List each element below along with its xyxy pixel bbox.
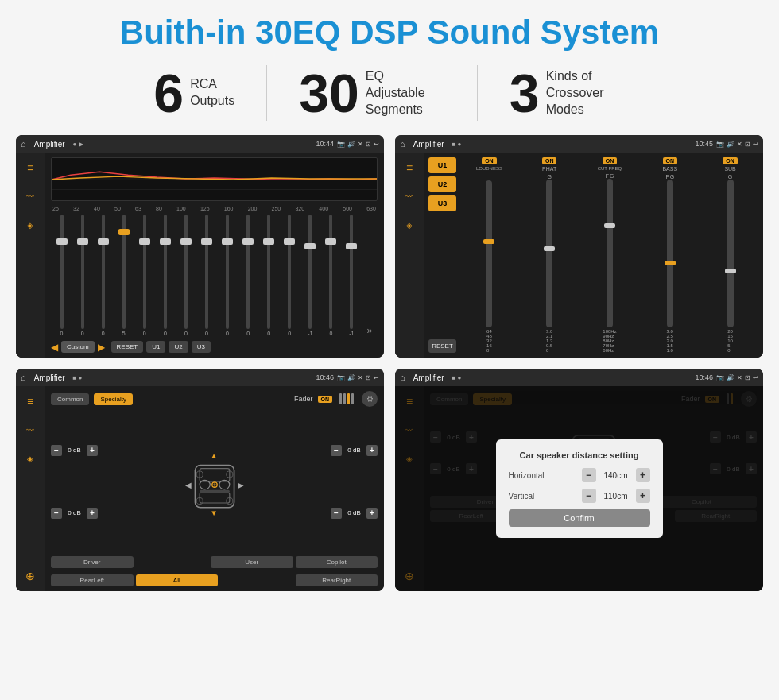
eq-sidebar-icon-3[interactable]: ◈	[21, 216, 39, 234]
db-control-br: − 0 dB +	[331, 508, 378, 519]
eq-slider-11[interactable]: 0	[260, 215, 278, 336]
btn-driver[interactable]: Driver	[51, 556, 134, 568]
fader-sidebar-icon-4[interactable]: ⊕	[21, 567, 39, 585]
db-plus-tl[interactable]: +	[87, 445, 98, 456]
db-minus-bl[interactable]: −	[51, 508, 62, 519]
eq-slider-4[interactable]: 5	[114, 215, 133, 336]
stat-rca: 6 RCAOutputs	[122, 66, 266, 120]
stat-eq-number: 30	[299, 66, 359, 120]
space-2	[220, 574, 293, 586]
eq-slider-3[interactable]: 0	[94, 215, 112, 336]
fader-sidebar-icon-1[interactable]: ≡	[21, 393, 39, 410]
horizontal-label: Horizontal	[509, 471, 545, 480]
eq-slider-7[interactable]: 0	[176, 215, 195, 336]
eq-slider-14[interactable]: 0	[322, 215, 340, 336]
dialog-status-bar: ⌂ Amplifier ■ ● 10:46 📷🔊✕⊡↩	[395, 369, 763, 386]
stat-crossover-number: 3	[510, 66, 540, 120]
eq-slider-6[interactable]: 0	[156, 215, 174, 336]
cutfreq-slider[interactable]	[607, 179, 613, 327]
eq-sidebar-icon-2[interactable]: 〰	[21, 188, 39, 205]
u1-button[interactable]: U1	[428, 157, 456, 173]
horizontal-value: 140cm	[600, 471, 632, 480]
db-control-tr: − 0 dB +	[331, 445, 378, 456]
car-diagram-space	[136, 556, 209, 568]
sub-slider[interactable]	[727, 180, 734, 327]
eq-prev-icon[interactable]: ◀	[51, 342, 58, 353]
ch-bass: ON BASS FG 3.02.52.01.51.0	[641, 157, 698, 353]
fader-tab-specialty[interactable]: Specialty	[94, 393, 132, 405]
eq-slider-15[interactable]: -1	[343, 215, 361, 336]
eq-mode-custom[interactable]: Custom	[61, 341, 95, 353]
eq-slider-1[interactable]: 0	[52, 215, 71, 336]
eq-slider-8[interactable]: 0	[197, 215, 215, 336]
u2-button[interactable]: U2	[428, 176, 456, 192]
eq-sidebar-icon-1[interactable]: ≡	[21, 159, 39, 176]
db-minus-tr[interactable]: −	[331, 445, 342, 456]
eq-btn-u3[interactable]: U3	[192, 341, 211, 353]
ch-bass-label: BASS	[662, 166, 677, 172]
eq-slider-9[interactable]: 0	[219, 215, 237, 336]
db-value-br: 0 dB	[344, 509, 364, 516]
btn-all[interactable]: All	[136, 574, 219, 586]
loudness-scale: 644832160	[486, 329, 492, 353]
eq-slider-13[interactable]: -1	[301, 215, 320, 336]
loudness-slider[interactable]	[486, 180, 492, 327]
db-minus-br[interactable]: −	[331, 508, 342, 519]
horizontal-plus-btn[interactable]: +	[636, 468, 650, 482]
crossover-sidebar-icon-2[interactable]: 〰	[401, 188, 418, 205]
crossover-u-buttons: U1 U2 U3 RESET	[428, 157, 456, 353]
screen-dialog: ⌂ Amplifier ■ ● 10:46 📷🔊✕⊡↩ ≡ 〰 ◈ ⊕	[395, 369, 763, 591]
fader-settings-icon[interactable]: ⚙	[362, 391, 378, 407]
crossover-sidebar-icon-3[interactable]: ◈	[401, 216, 418, 234]
crossover-time: 10:45	[695, 140, 713, 148]
eq-slider-5[interactable]: 0	[135, 215, 153, 336]
crossover-channel-controls: ON LOUDNESS ~~ 644832160	[461, 157, 758, 353]
eq-slider-12[interactable]: 0	[281, 215, 299, 336]
ch-loudness-label: LOUDNESS	[476, 166, 502, 171]
eq-next-icon[interactable]: ▶	[98, 342, 105, 353]
eq-btn-u2[interactable]: U2	[169, 341, 188, 353]
bass-slider[interactable]	[667, 180, 673, 327]
horizontal-minus-btn[interactable]: −	[582, 468, 596, 482]
screens-grid: ⌂ Amplifier ● ▶ 10:44 📷🔊✕⊡↩ ≡ 〰 ◈	[16, 135, 763, 591]
ch-cutfreq-label: CUT FREQ	[598, 166, 622, 171]
db-minus-tl[interactable]: −	[51, 445, 62, 456]
cutfreq-scale: 100Hz90Hz80Hz70Hz60Hz	[603, 329, 616, 353]
fader-tab-common[interactable]: Common	[51, 393, 89, 405]
btn-rearleft[interactable]: RearLeft	[51, 574, 134, 586]
db-plus-br[interactable]: +	[366, 508, 378, 519]
vertical-minus-btn[interactable]: −	[582, 489, 596, 503]
vertical-plus-btn[interactable]: +	[636, 489, 650, 503]
phat-slider[interactable]	[546, 180, 552, 327]
db-control-bl: − 0 dB +	[51, 508, 98, 519]
ch-bass-on[interactable]: ON	[663, 157, 678, 164]
btn-rearright[interactable]: RearRight	[296, 574, 378, 586]
ch-phat-on[interactable]: ON	[542, 157, 557, 164]
btn-copilot[interactable]: Copilot	[296, 556, 378, 568]
eq-expand-icon[interactable]: »	[363, 325, 376, 336]
vertical-value: 110cm	[600, 492, 632, 501]
u3-button[interactable]: U3	[428, 195, 456, 211]
crossover-main: U1 U2 U3 RESET ON LOUDNESS ~~	[424, 153, 763, 358]
eq-btn-reset[interactable]: RESET	[111, 341, 144, 353]
crossover-sidebar-icon-1[interactable]: ≡	[401, 159, 418, 176]
eq-slider-2[interactable]: 0	[73, 215, 91, 336]
db-plus-tr[interactable]: +	[366, 445, 378, 456]
ch-sub-on[interactable]: ON	[723, 157, 738, 164]
crossover-home-icon: ⌂	[400, 139, 405, 149]
btn-user[interactable]: User	[211, 556, 293, 568]
db-plus-bl[interactable]: +	[87, 508, 98, 519]
sub-scale: 20151050	[727, 329, 733, 353]
ch-loudness-on[interactable]: ON	[482, 157, 497, 164]
svg-text:▶: ▶	[237, 481, 243, 489]
ch-cutfreq-on[interactable]: ON	[603, 157, 618, 164]
confirm-button[interactable]: Confirm	[509, 509, 650, 527]
stat-rca-number: 6	[153, 66, 184, 120]
fader-sidebar-icon-3[interactable]: ◈	[21, 450, 39, 467]
eq-slider-10[interactable]: 0	[239, 215, 258, 336]
eq-btn-u1[interactable]: U1	[146, 341, 165, 353]
crossover-reset-button[interactable]: RESET	[428, 339, 456, 353]
ch-cutfreq: ON CUT FREQ FG 100Hz90Hz80Hz70Hz60Hz	[582, 157, 638, 353]
fader-sidebar-icon-2[interactable]: 〰	[21, 421, 39, 439]
screen-eq: ⌂ Amplifier ● ▶ 10:44 📷🔊✕⊡↩ ≡ 〰 ◈	[16, 135, 384, 358]
